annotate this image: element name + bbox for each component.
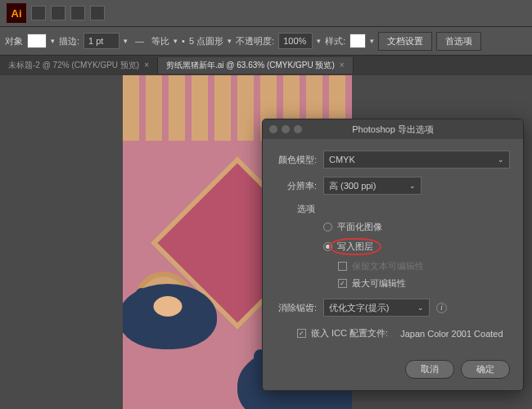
select-value: CMYK — [329, 155, 355, 164]
tab-label: 未标题-2 @ 72% (CMYK/GPU 预览) — [8, 61, 139, 70]
app-menubar: Ai — [0, 0, 532, 26]
brush-label: 5 点圆形 — [189, 35, 223, 47]
radio-icon — [323, 222, 332, 231]
dialog-title: Photoshop 导出选项 — [263, 124, 523, 136]
info-icon[interactable]: i — [436, 303, 447, 313]
document-tabs: 未标题-2 @ 72% (CMYK/GPU 预览)× 剪纸黑猪新年.ai @ 6… — [0, 56, 532, 75]
chevron-down-icon: ⌄ — [417, 303, 424, 312]
preserve-text-checkbox: 保留文本可编辑性 — [276, 258, 510, 275]
tab-doc-2[interactable]: 剪纸黑猪新年.ai @ 63.63% (CMYK/GPU 预览)× — [158, 57, 354, 74]
ok-button[interactable]: 确定 — [461, 360, 510, 379]
color-model-select[interactable]: CMYK⌄ — [323, 151, 510, 169]
checkbox-label: 最大可编辑性 — [352, 277, 406, 290]
style-label: 样式: — [325, 35, 345, 47]
style-swatch[interactable] — [349, 34, 366, 48]
export-dialog: Photoshop 导出选项 颜色模型: CMYK⌄ 分辨率: 高 (300 p… — [262, 119, 524, 391]
flat-image-radio[interactable]: 平面化图像 — [276, 218, 510, 236]
chevron-down-icon[interactable]: ▾ — [228, 37, 232, 45]
tab-doc-1[interactable]: 未标题-2 @ 72% (CMYK/GPU 预览)× — [0, 57, 158, 74]
opacity-label: 不透明度: — [236, 35, 274, 47]
opacity-input[interactable] — [278, 33, 313, 49]
chevron-down-icon[interactable]: ▾ — [124, 37, 128, 45]
tab-label: 剪纸黑猪新年.ai @ 63.63% (CMYK/GPU 预览) — [166, 61, 335, 70]
object-label: 对象 — [5, 35, 23, 47]
artwork-pig — [123, 284, 217, 349]
close-icon[interactable]: × — [144, 61, 149, 70]
cancel-button[interactable]: 取消 — [405, 360, 454, 379]
chevron-down-icon[interactable]: ▾ — [370, 37, 374, 45]
icc-profile-value: Japan Color 2001 Coated — [400, 329, 503, 339]
radio-label: 平面化图像 — [337, 221, 382, 233]
chevron-down-icon[interactable]: ▾ — [51, 37, 55, 45]
chevron-down-icon: ⌄ — [409, 182, 416, 190]
select-value: 高 (300 ppi) — [329, 180, 376, 192]
doc-setup-button[interactable]: 文档设置 — [378, 32, 432, 51]
stroke-weight-input[interactable] — [83, 33, 119, 49]
close-icon[interactable]: × — [340, 61, 345, 70]
uniform-label: 等比 — [151, 35, 169, 47]
chevron-down-icon: ⌄ — [498, 155, 504, 164]
app-logo: Ai — [7, 3, 26, 23]
embed-icc-checkbox[interactable]: ✓嵌入 ICC 配置文件: Japan Color 2001 Coated — [276, 325, 510, 342]
checkbox-icon — [338, 262, 347, 271]
checkbox-icon: ✓ — [297, 329, 306, 338]
preferences-button[interactable]: 首选项 — [436, 32, 481, 51]
max-editability-checkbox[interactable]: ✓最大可编辑性 — [276, 275, 510, 292]
dialog-titlebar[interactable]: Photoshop 导出选项 — [263, 119, 523, 139]
stroke-label: 描边: — [59, 35, 79, 47]
resolution-select[interactable]: 高 (300 ppi)⌄ — [323, 177, 422, 195]
options-section-label: 选项 — [276, 203, 510, 215]
checkbox-icon: ✓ — [338, 279, 347, 288]
menubar-icon[interactable] — [70, 6, 85, 20]
options-bar: 对象 ▾ 描边: ▾ — 等比 ▾ • 5 点圆形 ▾ 不透明度: ▾ 样式: … — [0, 26, 532, 56]
checkbox-label: 嵌入 ICC 配置文件: — [311, 327, 388, 339]
menubar-icon[interactable] — [31, 6, 46, 20]
fill-swatch[interactable] — [27, 34, 47, 48]
select-value: 优化文字(提示) — [329, 302, 389, 314]
chevron-down-icon[interactable]: ▾ — [317, 37, 321, 45]
highlight-annotation: 写入图层 — [329, 238, 381, 255]
antialias-select[interactable]: 优化文字(提示)⌄ — [323, 299, 430, 317]
color-model-label: 颜色模型: — [276, 154, 317, 166]
antialias-label: 消除锯齿: — [276, 302, 317, 314]
menubar-icon[interactable] — [51, 6, 65, 20]
write-layers-radio[interactable]: 写入图层 — [276, 236, 510, 258]
chevron-down-icon[interactable]: ▾ — [174, 37, 178, 45]
checkbox-label: 保留文本可编辑性 — [352, 260, 424, 272]
menubar-icon[interactable] — [90, 6, 105, 20]
radio-label: 写入图层 — [337, 241, 373, 251]
resolution-label: 分辨率: — [276, 180, 317, 192]
